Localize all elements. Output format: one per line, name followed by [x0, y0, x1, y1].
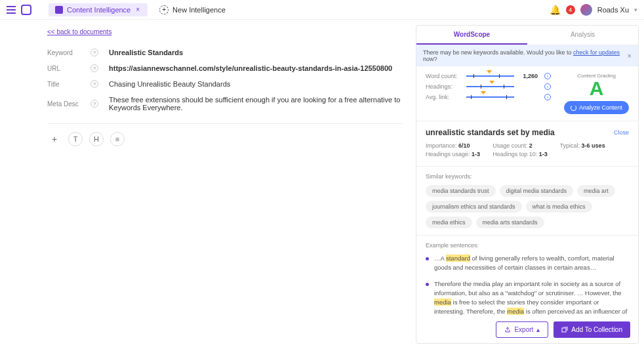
chevron-down-icon[interactable]: ▾	[634, 7, 637, 13]
bell-icon[interactable]: 🔔	[550, 5, 561, 15]
example-sentence: Therefore the media play an important ro…	[426, 279, 629, 317]
keyword-chip[interactable]: media arts standards	[476, 216, 544, 228]
plus-icon: +	[159, 5, 169, 14]
close-icon[interactable]: ×	[134, 6, 141, 13]
keyword-chip[interactable]: what is media ethics	[526, 201, 592, 213]
heading-tool-button[interactable]: H	[89, 132, 104, 146]
menu-icon[interactable]	[7, 6, 16, 14]
url-label: URL	[47, 65, 84, 72]
keyword-title: unrealistic standards set by media	[426, 128, 555, 137]
text-tool-button[interactable]: T	[68, 132, 83, 146]
word-count-value: 1,260	[518, 73, 538, 79]
similar-label: Similar keywords:	[426, 173, 629, 180]
title-value: Chasing Unrealistic Beauty Standards	[109, 80, 403, 88]
examples-label: Example sentences:	[426, 242, 629, 249]
tab-label: Content Intelligence	[67, 6, 131, 14]
keyword-chip[interactable]: media art	[577, 185, 615, 197]
keyword-chip[interactable]: media ethics	[426, 216, 472, 228]
meta-desc-value: These free extensions should be sufficie…	[109, 96, 403, 112]
close-icon[interactable]: ×	[628, 52, 632, 60]
tab-wordscope[interactable]: WordScope	[416, 26, 527, 45]
keyword-chip[interactable]: media standards trust	[426, 185, 496, 197]
expand-icon[interactable]: ›	[544, 73, 551, 79]
word-count-range	[466, 73, 514, 79]
keyword-value: Unrealistic Standards	[109, 49, 403, 56]
expand-icon[interactable]: ›	[544, 94, 551, 100]
meta-desc-label: Meta Desc	[47, 100, 84, 108]
info-icon[interactable]: ?	[91, 100, 98, 108]
add-block-button[interactable]: +	[47, 132, 62, 146]
tab-icon	[55, 6, 63, 14]
tab-analysis[interactable]: Analysis	[527, 26, 638, 45]
new-tab-button[interactable]: + New Intelligence	[153, 3, 232, 17]
analyze-content-button[interactable]: Analyze Content	[564, 101, 629, 114]
list-tool-button[interactable]: ≡	[110, 132, 125, 146]
collection-icon	[561, 327, 568, 333]
back-link[interactable]: << back to documents	[47, 28, 111, 35]
title-label: Title	[47, 81, 84, 88]
chevron-up-icon: ▴	[536, 326, 540, 333]
expand-icon[interactable]: ›	[544, 83, 551, 90]
svg-rect-0	[562, 328, 566, 332]
headings-label: Headings:	[426, 83, 462, 90]
add-to-collection-button[interactable]: Add To Collection	[553, 321, 630, 338]
refresh-icon	[571, 105, 576, 111]
tab-content-intelligence[interactable]: Content Intelligence ×	[49, 3, 148, 16]
avg-link-range	[466, 94, 514, 100]
update-banner: There may be new keywords available. Wou…	[416, 45, 638, 66]
headings-range	[466, 83, 514, 90]
export-icon	[504, 327, 511, 333]
user-name: Roads Xu	[597, 6, 629, 14]
grade-value: A	[564, 79, 629, 98]
example-sentence: …A standard of living generally refers t…	[426, 254, 629, 273]
new-tab-label: New Intelligence	[172, 6, 226, 14]
url-value: https://asiannewschannel.com/style/unrea…	[109, 64, 403, 72]
check-updates-link[interactable]: check for updates	[573, 49, 620, 56]
info-icon[interactable]: ?	[91, 49, 98, 56]
bullet-icon	[426, 283, 429, 286]
close-link[interactable]: Close	[614, 129, 629, 136]
bullet-icon	[426, 257, 429, 260]
keyword-chip[interactable]: journalism ethics and standards	[426, 201, 522, 213]
avatar[interactable]	[580, 4, 592, 16]
keyword-chip[interactable]: digital media standards	[500, 185, 574, 197]
keyword-label: Keyword	[47, 49, 84, 56]
notification-badge[interactable]: 4	[566, 5, 575, 14]
avg-link-label: Avg. link:	[426, 94, 462, 100]
export-button[interactable]: Export ▴	[496, 321, 548, 338]
info-icon[interactable]: ?	[91, 64, 98, 72]
info-icon[interactable]: ?	[91, 80, 98, 88]
app-logo	[21, 5, 31, 15]
word-count-label: Word count:	[426, 73, 462, 79]
